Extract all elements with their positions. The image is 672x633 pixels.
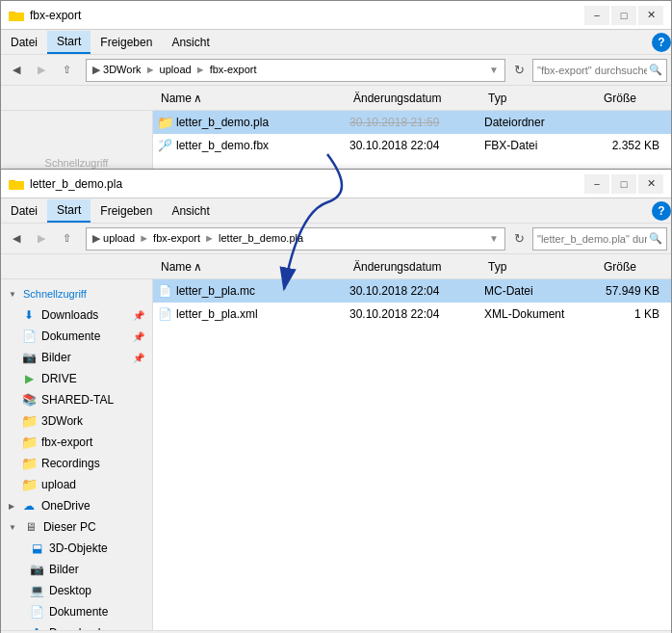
pin-icon: 📌 (133, 331, 144, 342)
menu-start-1[interactable]: Start (47, 31, 90, 54)
pc-icon: 🖥 (23, 519, 39, 535)
sidebar-label: Bilder (49, 563, 79, 576)
sidebar-item-schnellzugriff[interactable]: ▼ Schnellzugriff (1, 283, 152, 304)
sidebar-label: Desktop (49, 584, 91, 597)
col-date-header-1[interactable]: Änderungsdatum (349, 90, 484, 107)
svg-rect-3 (9, 13, 24, 21)
forward-btn-1[interactable]: ▶ (30, 59, 53, 82)
sidebar-label: Recordings (41, 457, 100, 470)
maximize-btn-2[interactable]: □ (611, 174, 636, 194)
up-btn-1[interactable]: ⇧ (55, 59, 78, 82)
col-date-header-2[interactable]: Änderungsdatum (349, 258, 484, 276)
sidebar-item-bilder-quick[interactable]: 📷 Bilder 📌 (1, 347, 152, 368)
sidebar-item-dokumente-pc[interactable]: 📄 Dokumente (1, 601, 152, 622)
refresh-btn-1[interactable]: ↻ (507, 59, 530, 82)
sidebar-item-3d-objekte[interactable]: ⬓ 3D-Objekte (1, 538, 152, 559)
crumb-fbx-export[interactable]: fbx-export (210, 64, 257, 75)
sidebar-label: Dokumente (49, 605, 108, 619)
sidebar-label: fbx-export (41, 435, 92, 449)
maximize-btn-1[interactable]: □ (611, 6, 636, 25)
sidebar-item-recordings[interactable]: 📁 Recordings (1, 453, 152, 474)
address-bar-1[interactable]: ▶ 3DWork ► upload ► fbx-export ▼ (86, 59, 505, 82)
sidebar-item-desktop-pc[interactable]: 💻 Desktop (1, 580, 152, 601)
col-size-header-2[interactable]: Größe (600, 258, 671, 276)
col-name-header-1[interactable]: Name ∧ (157, 90, 349, 107)
sidebar-item-downloads-quick[interactable]: ⬇ Downloads 📌 (1, 304, 152, 326)
title-bar-1: fbx-export − □ ✕ (1, 1, 671, 30)
sidebar-label: Downloads (49, 626, 106, 630)
download-icon-pc: ⬇ (29, 625, 44, 630)
menu-freigeben-1[interactable]: Freigeben (90, 32, 162, 53)
menu-ansicht-1[interactable]: Ansicht (162, 32, 219, 53)
crumb-upload[interactable]: upload (160, 64, 194, 75)
search-box-2[interactable]: 🔍 (532, 227, 667, 251)
search-input-2[interactable] (537, 233, 647, 245)
help-btn-2[interactable]: ? (652, 201, 671, 221)
refresh-btn-2[interactable]: ↻ (507, 227, 530, 251)
menu-datei-1[interactable]: Datei (1, 32, 47, 53)
crumb-letter-b[interactable]: letter_b_demo.pla (219, 232, 303, 244)
back-btn-2[interactable]: ◀ (5, 227, 28, 251)
sidebar-label: Dieser PC (43, 520, 96, 534)
pin-icon: 📌 (133, 310, 144, 321)
svg-rect-5 (9, 181, 24, 190)
crumb-3dwork[interactable]: 3DWork (103, 64, 144, 75)
search-icon-2: 🔍 (649, 232, 662, 245)
menu-bar-2: Datei Start Freigeben Ansicht ? (1, 198, 671, 224)
menu-datei-2[interactable]: Datei (1, 200, 47, 222)
sidebar-label: Downloads (41, 308, 98, 322)
col-type-header-2[interactable]: Typ (484, 258, 600, 276)
folder-icon-recordings: 📁 (21, 456, 37, 471)
desktop-icon-pc: 💻 (29, 583, 44, 598)
menu-start-2[interactable]: Start (47, 199, 90, 223)
sidebar-item-fbx-export[interactable]: 📁 fbx-export (1, 432, 152, 453)
crumb-fbx-export-2[interactable]: fbx-export (153, 232, 203, 244)
search-box-1[interactable]: 🔍 (532, 59, 667, 82)
title-bar-2: letter_b_demo.pla − □ ✕ (1, 170, 671, 198)
docs-icon: 📄 (21, 329, 37, 344)
sidebar-item-dokumente[interactable]: 📄 Dokumente 📌 (1, 326, 152, 347)
col-name-header-2[interactable]: Name ∧ (157, 258, 349, 276)
sidebar-item-downloads-pc[interactable]: ⬇ Downloads (1, 622, 152, 630)
drive-icon: ▶ (21, 371, 37, 386)
toolbar-2: ◀ ▶ ⇧ ▶ upload ► fbx-export ► letter_b_d… (1, 224, 671, 254)
sidebar-label: upload (41, 478, 76, 491)
sidebar-item-onedrive[interactable]: ▶ ☁ OneDrive (1, 495, 152, 516)
title-text-1: fbx-export (30, 9, 584, 22)
xml-file-icon: 📄 (157, 306, 172, 322)
sidebar-item-bilder-pc[interactable]: 📷 Bilder (1, 559, 152, 580)
close-btn-1[interactable]: ✕ (638, 6, 663, 25)
up-btn-2[interactable]: ⇧ (55, 227, 78, 251)
sidebar-label: Dokumente (41, 330, 100, 343)
sidebar-item-dieser-pc[interactable]: ▼ 🖥 Dieser PC (1, 516, 152, 538)
schnellzugriff-label: Schnellzugriff (23, 288, 87, 300)
crumb-upload[interactable]: upload (103, 232, 138, 244)
search-icon-1: 🔍 (649, 64, 662, 76)
sidebar-label: SHARED-TAL (41, 393, 114, 407)
shared-icon: 📚 (21, 392, 37, 408)
folder-icon-upload: 📁 (21, 477, 37, 492)
menu-bar-1: Datei Start Freigeben Ansicht ? (1, 30, 671, 55)
menu-freigeben-2[interactable]: Freigeben (90, 200, 162, 222)
sidebar-item-upload[interactable]: 📁 upload (1, 474, 152, 495)
table-row[interactable]: 📁 letter_b_demo.pla 30.10.2018 21:59 Dat… (153, 111, 671, 134)
minimize-btn-1[interactable]: − (584, 6, 609, 25)
menu-ansicht-2[interactable]: Ansicht (162, 200, 219, 222)
sidebar-item-drive[interactable]: ▶ DRIVE (1, 368, 152, 389)
expand-icon-pc: ▼ (9, 523, 16, 532)
search-input-1[interactable] (537, 65, 647, 76)
table-row[interactable]: 📄 letter_b_pla.xml 30.10.2018 22:04 XML-… (153, 303, 671, 326)
table-row[interactable]: 🏸 letter_b_demo.fbx 30.10.2018 22:04 FBX… (153, 134, 671, 157)
table-row[interactable]: 📄 letter_b_pla.mc 30.10.2018 22:04 MC-Da… (153, 279, 671, 303)
help-btn-1[interactable]: ? (652, 33, 671, 52)
address-bar-2[interactable]: ▶ upload ► fbx-export ► letter_b_demo.pl… (86, 227, 505, 251)
sidebar-item-3dwork[interactable]: 📁 3DWork (1, 410, 152, 432)
forward-btn-2[interactable]: ▶ (30, 227, 53, 251)
col-type-header-1[interactable]: Typ (484, 90, 600, 107)
close-btn-2[interactable]: ✕ (638, 174, 663, 194)
sidebar-item-shared-tal[interactable]: 📚 SHARED-TAL (1, 389, 152, 410)
minimize-btn-2[interactable]: − (584, 174, 609, 194)
col-size-header-1[interactable]: Größe (600, 90, 671, 107)
window-body-2: ▼ Schnellzugriff ⬇ Downloads 📌 📄 Dokumen… (1, 279, 671, 630)
back-btn-1[interactable]: ◀ (5, 59, 28, 82)
